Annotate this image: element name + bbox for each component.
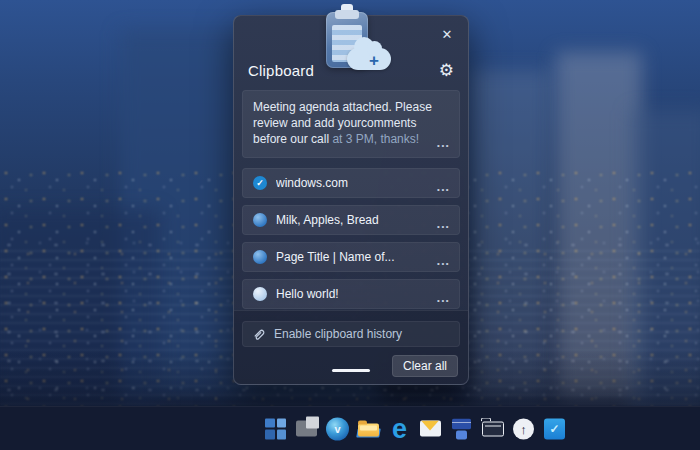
more-options-icon[interactable]: •••	[437, 222, 450, 231]
clipboard-item-row[interactable]: ✓ windows.com •••	[242, 168, 460, 198]
clipboard-item-label: Milk, Apples, Bread	[276, 213, 379, 227]
mail-icon[interactable]	[418, 416, 443, 441]
snippet-text-dim: at 3 PM, thanks!	[332, 132, 419, 146]
file-explorer-icon[interactable]	[356, 416, 381, 441]
more-options-icon[interactable]: •••	[437, 259, 450, 268]
enable-clipboard-history-label: Enable clipboard history	[274, 327, 402, 341]
clipboard-panel: + ✕ Clipboard ⚙ Meeting agenda attached.…	[233, 15, 469, 385]
enable-clipboard-history-bar[interactable]: Enable clipboard history	[242, 321, 460, 347]
more-options-icon[interactable]: •••	[437, 296, 450, 305]
explorer-gray-icon[interactable]	[294, 416, 319, 441]
folder-outline-icon[interactable]	[480, 416, 505, 441]
clipboard-snippet-card[interactable]: Meeting agenda attached. Please review a…	[242, 90, 460, 158]
light-dot-icon	[253, 287, 267, 301]
taskbar: v e ↑ ✓	[0, 406, 700, 450]
blue-dot-icon	[253, 250, 267, 264]
more-options-icon[interactable]: •••	[437, 138, 450, 154]
clipboard-item-label: Hello world!	[276, 287, 339, 301]
clipboard-item-row[interactable]: Milk, Apples, Bread •••	[242, 205, 460, 235]
start-icon[interactable]	[263, 416, 288, 441]
blue-dot-icon	[253, 213, 267, 227]
todo-check-icon[interactable]: ✓	[542, 416, 567, 441]
blue-app-icon[interactable]	[449, 416, 474, 441]
desktop: + ✕ Clipboard ⚙ Meeting agenda attached.…	[0, 0, 700, 450]
clipboard-item-label: Page Title | Name of...	[276, 250, 395, 264]
close-icon[interactable]: ✕	[437, 25, 457, 45]
sync-icon[interactable]: ↑	[511, 416, 536, 441]
clipboard-item-row[interactable]: Page Title | Name of... •••	[242, 242, 460, 272]
check-circle-icon: ✓	[253, 176, 267, 190]
clear-all-button[interactable]: Clear all	[392, 355, 458, 377]
edge-icon[interactable]: e	[387, 416, 412, 441]
more-options-icon[interactable]: •••	[437, 185, 450, 194]
clipboard-item-label: windows.com	[276, 176, 348, 190]
page-title: Clipboard	[248, 62, 314, 79]
clipboard-item-row[interactable]: Hello world! •••	[242, 279, 460, 309]
drag-handle[interactable]	[332, 369, 370, 372]
taskbar-icons: v e ↑ ✓	[263, 416, 567, 441]
paperclip-icon	[252, 327, 266, 341]
cortana-icon[interactable]: v	[325, 416, 350, 441]
gear-icon[interactable]: ⚙	[439, 62, 454, 80]
panel-footer: Enable clipboard history Clear all	[234, 310, 468, 384]
panel-header: Clipboard ⚙	[234, 16, 468, 80]
